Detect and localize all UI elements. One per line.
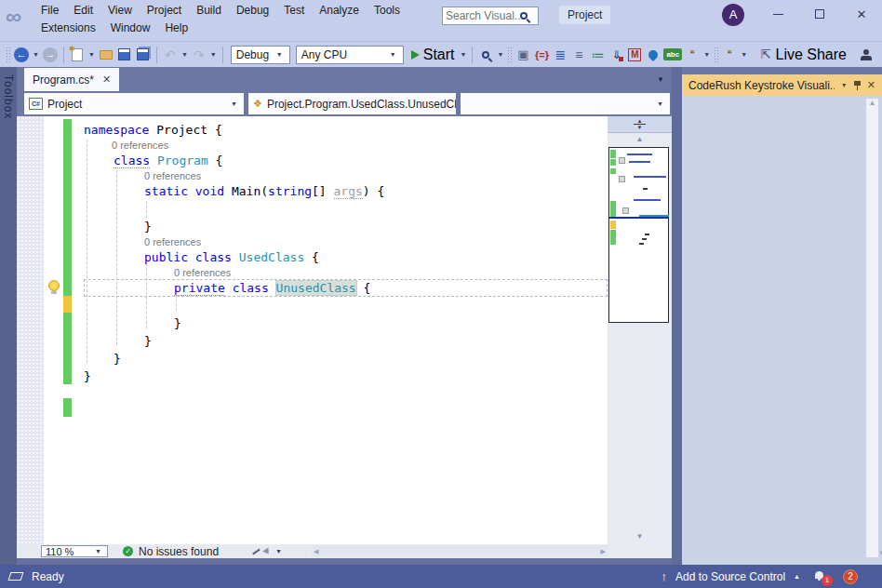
- toolbar-grip[interactable]: [714, 47, 718, 63]
- find-dropdown-caret[interactable]: ▼: [495, 51, 505, 58]
- panel-scrollbar[interactable]: ▲ ▼: [866, 99, 878, 557]
- code-line[interactable]: namespace Project {: [84, 121, 608, 139]
- toolbox-tab[interactable]: Toolbox: [2, 67, 15, 119]
- code-editor[interactable]: namespace Project {0 referencesclass Pro…: [17, 116, 672, 544]
- notifications-button[interactable]: 1: [814, 570, 827, 583]
- tab-close-icon[interactable]: ✕: [102, 74, 111, 86]
- close-button[interactable]: ✕: [852, 6, 871, 22]
- document-health-indicator[interactable]: ✓ No issues found: [123, 545, 219, 558]
- toolbar-grip[interactable]: [507, 47, 512, 63]
- code-line[interactable]: public class UsedClass {: [84, 248, 608, 266]
- lightbulb-icon[interactable]: [48, 280, 60, 291]
- code-lines[interactable]: namespace Project {0 referencesclass Pro…: [84, 116, 608, 385]
- code-line[interactable]: }: [84, 314, 608, 332]
- redo-dropdown-caret[interactable]: ▼: [208, 51, 219, 58]
- smart-quote-button[interactable]: “: [720, 45, 739, 65]
- panel-close-icon[interactable]: ✕: [867, 79, 875, 91]
- align-lines-button[interactable]: ≣: [551, 45, 569, 65]
- menu-debug[interactable]: Debug: [229, 2, 276, 20]
- tab-program-cs[interactable]: Program.cs* ✕: [24, 68, 119, 91]
- error-count-badge[interactable]: 2: [843, 569, 858, 584]
- code-line[interactable]: }: [84, 332, 608, 350]
- zoom-combo[interactable]: 110 % ▼: [41, 545, 108, 557]
- scroll-down-icon[interactable]: ▼: [608, 532, 672, 541]
- document-list-dropdown-icon[interactable]: ▼: [657, 75, 664, 84]
- code-line[interactable]: [84, 200, 608, 218]
- menu-file[interactable]: File: [33, 2, 66, 20]
- avatar[interactable]: A: [722, 4, 744, 26]
- source-control-caret-icon[interactable]: ▲: [794, 573, 800, 580]
- hscroll-left-icon[interactable]: ◀: [314, 548, 318, 555]
- maximize-button[interactable]: [810, 6, 829, 22]
- menu-edit[interactable]: Edit: [66, 2, 100, 20]
- panel-menu-caret[interactable]: ▼: [841, 82, 848, 88]
- codelens-references[interactable]: 0 references: [84, 139, 608, 152]
- task-list-button[interactable]: ≔: [588, 45, 607, 65]
- pin-icon[interactable]: [854, 80, 861, 91]
- add-to-source-control-button[interactable]: Add to Source Control: [675, 570, 785, 583]
- codelens-references[interactable]: 0 references: [84, 266, 608, 279]
- redo-button[interactable]: ↷: [190, 45, 208, 65]
- breakpoint-margin[interactable]: [17, 116, 44, 544]
- code-line[interactable]: class Program {: [84, 152, 608, 169]
- open-file-button[interactable]: [97, 45, 115, 65]
- undo-button[interactable]: ↶: [161, 45, 180, 65]
- code-line[interactable]: }: [84, 368, 608, 385]
- outline-button[interactable]: ≡: [569, 45, 588, 65]
- codelens-references[interactable]: 0 references: [84, 235, 608, 248]
- minimap[interactable]: [608, 147, 669, 323]
- quote-dropdown-caret[interactable]: ▼: [702, 51, 712, 58]
- menu-test[interactable]: Test: [276, 2, 312, 20]
- menu-extensions[interactable]: Extensions: [33, 20, 103, 37]
- undo-dropdown-caret[interactable]: ▼: [180, 51, 190, 58]
- splitter-handle[interactable]: ▲ ▼: [608, 116, 672, 133]
- type-member-dropdown[interactable]: ❖ Project.Program.UsedClass.UnusedCl ▼: [248, 93, 456, 114]
- minimize-button[interactable]: [768, 6, 787, 22]
- spell-check-button[interactable]: abc: [662, 45, 683, 65]
- scroll-up-icon[interactable]: ▲: [608, 133, 672, 146]
- code-line[interactable]: static void Main(string[] args) {: [84, 182, 608, 200]
- menu-project[interactable]: Project: [140, 2, 189, 20]
- navigate-forward-button[interactable]: →: [41, 45, 60, 65]
- new-dropdown-caret[interactable]: ▼: [87, 51, 97, 58]
- start-debug-button[interactable]: Start▼: [411, 47, 469, 63]
- navigate-back-button[interactable]: ←: [12, 45, 31, 65]
- back-dropdown-caret[interactable]: ▼: [31, 51, 41, 58]
- panel-header[interactable]: CodeRush Keystroke Visuali... ▼ ✕: [682, 74, 882, 96]
- toolbar-grip[interactable]: [6, 47, 10, 63]
- code-line-current[interactable]: private class UnusedClass {: [84, 279, 608, 297]
- format-document-button[interactable]: {=}: [532, 45, 551, 65]
- search-box[interactable]: [442, 7, 539, 25]
- import-symbols-button[interactable]: ⇓: [607, 45, 625, 65]
- save-all-button[interactable]: [134, 45, 153, 65]
- feedback-project-chip[interactable]: Project: [559, 6, 610, 24]
- menu-view[interactable]: View: [100, 2, 140, 20]
- menu-analyze[interactable]: Analyze: [312, 2, 367, 20]
- menu-window[interactable]: Window: [103, 20, 158, 37]
- map-pin-button[interactable]: [644, 45, 662, 65]
- live-share-button[interactable]: ⇱Live Share: [761, 47, 847, 63]
- search-input[interactable]: [446, 9, 520, 22]
- code-cube-button[interactable]: ▣: [514, 45, 532, 65]
- menu-build[interactable]: Build: [189, 2, 229, 20]
- code-line[interactable]: }: [84, 218, 608, 235]
- code-line[interactable]: [84, 297, 608, 314]
- new-project-button[interactable]: [68, 45, 87, 65]
- project-dropdown[interactable]: C# Project ▼: [24, 93, 244, 114]
- solution-platform-combo[interactable]: Any CPU▼: [296, 46, 404, 64]
- code-cleanup-caret[interactable]: ▼: [274, 548, 284, 555]
- scroll-down-icon[interactable]: ▼: [875, 549, 882, 557]
- embed-quote-button[interactable]: “: [683, 45, 702, 65]
- code-line[interactable]: }: [84, 350, 608, 368]
- solution-configuration-combo[interactable]: Debug▼: [231, 46, 290, 64]
- markdown-button[interactable]: M: [625, 45, 644, 65]
- save-button[interactable]: [115, 45, 134, 65]
- feedback-icon[interactable]: [860, 49, 873, 60]
- codelens-references[interactable]: 0 references: [84, 169, 608, 182]
- scroll-up-icon[interactable]: ▲: [869, 99, 876, 107]
- member-dropdown[interactable]: ▼: [461, 93, 670, 114]
- panel-splitter[interactable]: [672, 67, 682, 565]
- hscroll-right-icon[interactable]: ▶: [601, 548, 606, 555]
- code-cleanup-button[interactable]: ▼: [252, 548, 284, 555]
- start-dropdown-caret[interactable]: ▼: [459, 51, 469, 58]
